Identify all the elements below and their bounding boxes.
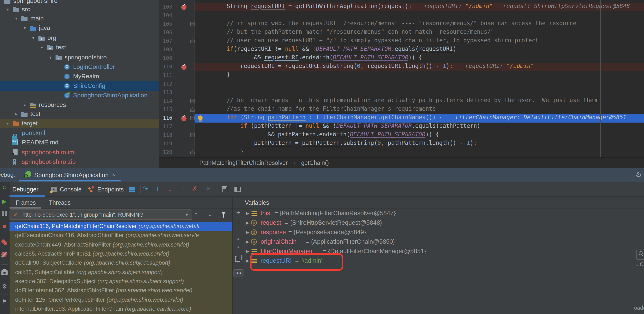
settings-icon[interactable]: ⚙ <box>0 283 9 290</box>
gear-icon[interactable]: ⚙ <box>636 171 642 179</box>
variable-row[interactable]: ▶prequest = {ShiroHttpServletRequest@584… <box>244 218 644 227</box>
step-into-icon[interactable]: ↓ <box>153 185 162 192</box>
code-line-118[interactable]: && pathPattern.endsWith(DEFAULT_PATH_SEP… <box>194 131 644 140</box>
expand-arrow-icon[interactable]: ▶ <box>246 246 249 256</box>
variable-row[interactable]: ▶this = {PathMatchingFilterChainResolver… <box>244 209 644 218</box>
tab-threads[interactable]: Threads <box>49 199 71 206</box>
drop-frame-icon[interactable]: ✗ <box>190 185 199 192</box>
copy-icon[interactable] <box>236 256 240 262</box>
stack-frame[interactable]: doCall:90, SubjectCallable(org.apache.sh… <box>10 259 232 268</box>
breadcrumb-method[interactable]: getChain() <box>301 160 329 166</box>
layout-menu-icon[interactable] <box>129 187 135 188</box>
tab-debugger[interactable]: Debugger <box>12 186 38 193</box>
code-line-120[interactable]: } <box>194 148 644 157</box>
pin-icon[interactable]: ⚑ <box>0 298 9 305</box>
code-editor[interactable]: String requestURI = getPathWithinApplica… <box>194 0 644 157</box>
pause-icon[interactable] <box>2 211 4 216</box>
tree-item-java[interactable]: ▾java <box>0 23 159 33</box>
debug-session-tab[interactable]: SpringbootShiroApplication <box>34 171 109 179</box>
code-line-104[interactable] <box>194 12 644 20</box>
stack-frame[interactable]: call:83, SubjectCallable(org.apache.shir… <box>10 268 232 277</box>
chevron-right-icon[interactable]: ▸ <box>24 100 26 110</box>
code-line-117[interactable]: if (pathPattern != null && !DEFAULT_PATH… <box>194 123 644 131</box>
expand-arrow-icon[interactable]: ▶ <box>246 227 249 237</box>
code-line-116[interactable]: for (String pathPattern : filterChainMan… <box>194 114 644 123</box>
tree-item-src[interactable]: ▾src <box>0 5 159 14</box>
chevron-right-icon[interactable]: ▸ <box>7 119 9 128</box>
frame-down-icon[interactable]: ↓ <box>208 210 212 218</box>
remove-watch-icon[interactable]: − <box>232 218 244 226</box>
tree-item-springboot-shiro-zip[interactable]: springboot-shiro.zip <box>0 157 159 167</box>
stack-frame[interactable]: executeChain:449, AbstractShiroFilter(or… <box>10 240 232 249</box>
tree-item-test[interactable]: ▾test <box>0 43 159 52</box>
expand-arrow-icon[interactable]: ▶ <box>246 218 249 227</box>
code-line-105[interactable]: // in spring web, the requestURI "/resou… <box>194 20 644 29</box>
scroll-up-icon[interactable]: ▲ <box>232 237 244 240</box>
tree-item-test[interactable]: ▸test <box>0 109 159 119</box>
stack-frame[interactable]: execute:387, DelegatingSubject(org.apach… <box>10 277 232 286</box>
stack-frame[interactable]: getChain:116, PathMatchingFilterChainRes… <box>10 222 232 231</box>
stack-frame[interactable]: getExecutionChain:416, AbstractShiroFilt… <box>10 231 232 240</box>
editor-gutter[interactable] <box>159 0 194 157</box>
search-icon[interactable] <box>636 249 644 260</box>
tree-item-main[interactable]: ▾main <box>0 14 159 23</box>
thread-selector[interactable]: ✔"http-nio-9090-exec-1"...n group "main"… <box>10 209 192 220</box>
code-line-110[interactable]: requestURI = requestURI.substring(0, req… <box>194 63 644 71</box>
filter-funnel-icon[interactable] <box>221 212 226 217</box>
variable-row[interactable]: ▶poriginalChain = {ApplicationFilterChai… <box>244 237 644 246</box>
code-line-103[interactable]: String requestURI = getPathWithinApplica… <box>194 3 644 12</box>
stack-frame[interactable]: internalDoFilter:193, ApplicationFilterC… <box>10 304 232 314</box>
stop-icon[interactable]: ■ <box>0 223 9 230</box>
tree-item-shiroconfig[interactable]: ShiroConfig <box>0 81 159 91</box>
expand-arrow-icon[interactable]: ▶ <box>246 256 249 265</box>
rerun-icon[interactable]: ↻ <box>0 184 9 191</box>
code-line-115[interactable]: //as the chain name for the FilterChainM… <box>194 105 644 114</box>
variable-row[interactable]: ▶presponse = {ResponseFacade@5849} <box>244 227 644 237</box>
expand-arrow-icon[interactable]: ▶ <box>246 237 249 246</box>
add-watch-icon[interactable]: + <box>232 209 244 216</box>
stack-frame[interactable]: doFilter:125, OncePerRequestFilter(org.a… <box>10 295 232 305</box>
evaluate-expression-icon[interactable] <box>222 186 227 192</box>
chevron-down-icon[interactable]: ▾ <box>15 14 17 23</box>
code-line-119[interactable]: pathPattern = pathPattern.substring(0, p… <box>194 140 644 148</box>
chevron-down-icon[interactable]: ▾ <box>32 33 34 43</box>
tree-item-readme-md[interactable]: README.md <box>0 138 159 147</box>
chevron-right-icon[interactable]: ▸ <box>15 109 17 119</box>
tab-endpoints[interactable]: Endpoints <box>97 186 124 193</box>
chevron-down-icon[interactable]: ▾ <box>49 53 52 62</box>
show-watches-icon[interactable]: OO <box>234 269 244 277</box>
tab-console[interactable]: Console <box>60 186 82 193</box>
tree-item-logincontroller[interactable]: LoginController <box>0 62 159 72</box>
chevron-down-icon[interactable]: ▾ <box>41 43 43 52</box>
code-line-106[interactable]: // but the pathPattern match "/resource/… <box>194 29 644 37</box>
tab-frames[interactable]: Frames <box>16 199 36 206</box>
breadcrumb-class[interactable]: PathMatchingFilterChainResolver <box>199 160 288 166</box>
tree-item-myrealm[interactable]: MyRealm <box>0 72 159 81</box>
frame-up-icon[interactable]: ↑ <box>194 210 198 218</box>
step-out-icon[interactable]: ↑ <box>178 185 186 192</box>
stack-frame[interactable]: call:365, AbstractShiroFilter$1(org.apac… <box>10 249 232 259</box>
tree-item-springboot-shiro-iml[interactable]: springboot-shiro.iml <box>0 148 159 157</box>
resume-icon[interactable]: ▶ <box>0 198 9 205</box>
force-step-into-icon[interactable]: ↓ <box>166 185 174 192</box>
chevron-down-icon[interactable]: ▾ <box>24 23 26 33</box>
stack-frame[interactable]: doFilterInternal:362, AbstractShiroFilte… <box>10 286 232 295</box>
tree-item-springbootshiroapplication[interactable]: SpringbootShiroApplication <box>0 91 159 100</box>
code-line-113[interactable] <box>194 88 644 97</box>
layout-settings-icon[interactable] <box>234 187 240 192</box>
code-line-109[interactable]: && requestURI.endsWith(DEFAULT_PATH_SEPA… <box>194 54 644 63</box>
tree-item-pom-xml[interactable]: pom.xml <box>0 128 159 138</box>
chevron-down-icon[interactable]: ▾ <box>7 5 9 14</box>
tree-item-target[interactable]: ▸target <box>0 119 159 128</box>
code-line-114[interactable]: //the 'chain names' in this implementati… <box>194 97 644 105</box>
expand-arrow-icon[interactable]: ▶ <box>246 209 249 218</box>
code-line-108[interactable]: if(requestURI != null && !DEFAULT_PATH_S… <box>194 46 644 54</box>
tree-item-resources[interactable]: ▸resources <box>0 100 159 110</box>
view-breakpoints-icon[interactable] <box>2 239 5 243</box>
code-line-112[interactable] <box>194 80 644 88</box>
close-icon[interactable]: × <box>112 171 115 178</box>
tree-item-org[interactable]: ▾org <box>0 33 159 43</box>
tree-item-springbootshiro[interactable]: ▾springbootshiro <box>0 53 159 62</box>
code-line-107[interactable]: // user can use requestURI + "/" to simp… <box>194 37 644 46</box>
step-over-icon[interactable]: ↷ <box>141 185 150 192</box>
